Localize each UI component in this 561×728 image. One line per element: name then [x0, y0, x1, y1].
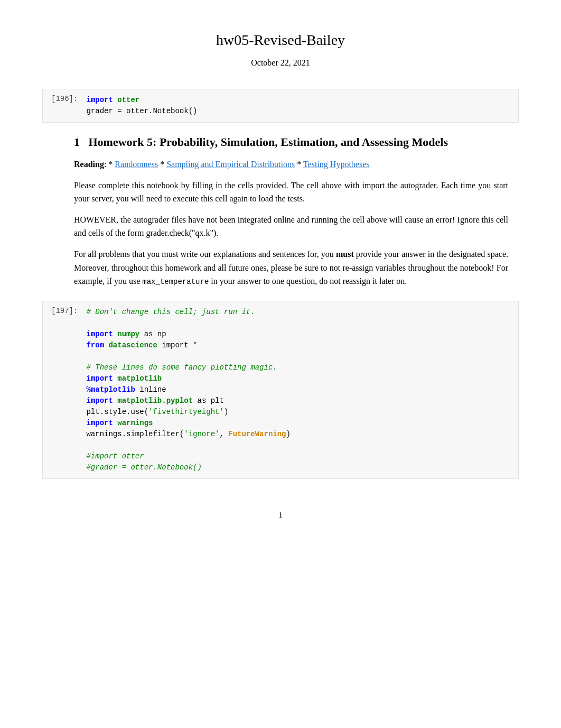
import-numpy-kw: import	[86, 330, 113, 338]
page-date: October 22, 2021	[42, 58, 519, 68]
reading-label: Reading	[74, 160, 104, 169]
page-title: hw05-Revised-Bailey	[42, 32, 519, 49]
cell-196-label: [196]:	[51, 95, 78, 117]
paragraph-2: HOWEVER, the autograder files have not b…	[74, 213, 508, 240]
ignore-string: 'ignore'	[184, 430, 219, 438]
import-pyplot-kw: import	[86, 397, 113, 405]
pyplot-module: matplotlib.pyplot	[117, 397, 193, 405]
style-string: 'fivethirtyeight'	[148, 408, 224, 416]
section-heading: 1 Homework 5: Probability, Simulation, E…	[74, 135, 508, 149]
future-warning: FutureWarning	[228, 430, 286, 438]
link-sampling[interactable]: Sampling and Empirical Distributions	[166, 160, 295, 169]
pct-matplotlib-kw: %matplotlib	[86, 385, 135, 394]
comment-dont-change: # Don't change this cell; just run it.	[86, 308, 255, 316]
code-cell-196: [196]: import otter grader = otter.Noteb…	[42, 89, 519, 123]
from-kw: from	[86, 341, 104, 349]
page-header: hw05-Revised-Bailey October 22, 2021	[42, 32, 519, 68]
page-number: 1	[42, 511, 519, 520]
reading-line: Reading: * Randomness * Sampling and Emp…	[74, 158, 508, 171]
link-testing-hypotheses[interactable]: Testing Hypotheses	[303, 160, 370, 169]
datascience-module: datascience	[108, 341, 157, 349]
import-warnings-kw: import	[86, 419, 113, 427]
max-temp-code: max_temperature	[142, 278, 209, 286]
section-1: 1 Homework 5: Probability, Simulation, E…	[74, 135, 508, 288]
code-cell-197: [197]: # Don't change this cell; just ru…	[42, 301, 519, 479]
cell-197-label: [197]:	[51, 307, 78, 473]
import-matplotlib-kw: import	[86, 374, 113, 383]
warnings-module: warnings	[117, 419, 153, 427]
otter-module: otter	[117, 96, 139, 104]
must-emphasis: must	[336, 250, 354, 259]
comment-plotting: # These lines do some fancy plotting mag…	[86, 363, 277, 372]
comment-import-otter: #import otter	[86, 452, 144, 460]
cell-196-content: import otter grader = otter.Notebook()	[86, 95, 510, 117]
matplotlib-module: matplotlib	[117, 374, 162, 383]
paragraph-3: For all problems that you must write our…	[74, 247, 508, 288]
paragraph-1: Please complete this notebook by filling…	[74, 179, 508, 206]
cell-197-content: # Don't change this cell; just run it. i…	[86, 307, 510, 473]
link-randomness[interactable]: Randomness	[115, 160, 158, 169]
import-keyword: import	[86, 96, 113, 104]
comment-grader: #grader = otter.Notebook()	[86, 463, 201, 472]
numpy-module: numpy	[117, 330, 139, 338]
